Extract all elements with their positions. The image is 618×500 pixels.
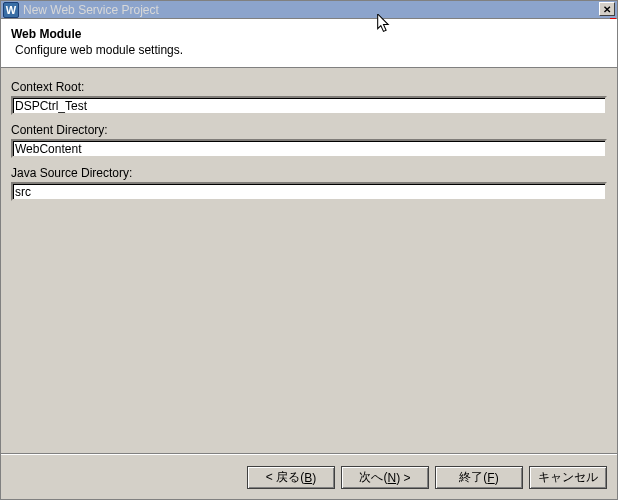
page-description: Configure web module settings. (11, 43, 607, 57)
app-icon: W (3, 2, 19, 18)
next-mnemonic: N (387, 471, 396, 485)
java-source-directory-label: Java Source Directory: (11, 166, 607, 180)
finish-button[interactable]: 終了(F) (435, 466, 523, 489)
page-title: Web Module (11, 27, 607, 41)
finish-mnemonic: F (487, 471, 494, 485)
context-root-label: Context Root: (11, 80, 607, 94)
wizard-button-bar: < 戻る(B) 次へ(N) > 終了(F) キャンセル (247, 466, 607, 489)
button-separator (1, 453, 617, 455)
cancel-button[interactable]: キャンセル (529, 466, 607, 489)
next-button[interactable]: 次へ(N) > (341, 466, 429, 489)
content-directory-group: Content Directory: (11, 123, 607, 158)
context-root-group: Context Root: (11, 80, 607, 115)
back-mnemonic: B (304, 471, 312, 485)
java-source-directory-input[interactable] (11, 182, 607, 201)
finish-suffix: ) (495, 471, 499, 485)
wizard-window: W New Web Service Project ✕ Web Module C… (0, 0, 618, 500)
content-directory-input[interactable] (11, 139, 607, 158)
finish-prefix: 終了( (459, 469, 487, 486)
next-prefix: 次へ( (359, 469, 387, 486)
content-directory-label: Content Directory: (11, 123, 607, 137)
window-title: New Web Service Project (23, 3, 159, 17)
back-suffix: ) (312, 471, 316, 485)
title-bar: W New Web Service Project ✕ (1, 1, 617, 19)
next-suffix: ) > (396, 471, 410, 485)
wizard-header: Web Module Configure web module settings… (1, 19, 617, 68)
context-root-input[interactable] (11, 96, 607, 115)
close-button[interactable]: ✕ (599, 2, 615, 16)
back-button[interactable]: < 戻る(B) (247, 466, 335, 489)
java-source-directory-group: Java Source Directory: (11, 166, 607, 201)
wizard-content: Context Root: Content Directory: Java So… (1, 68, 617, 499)
back-prefix: < 戻る( (266, 469, 304, 486)
